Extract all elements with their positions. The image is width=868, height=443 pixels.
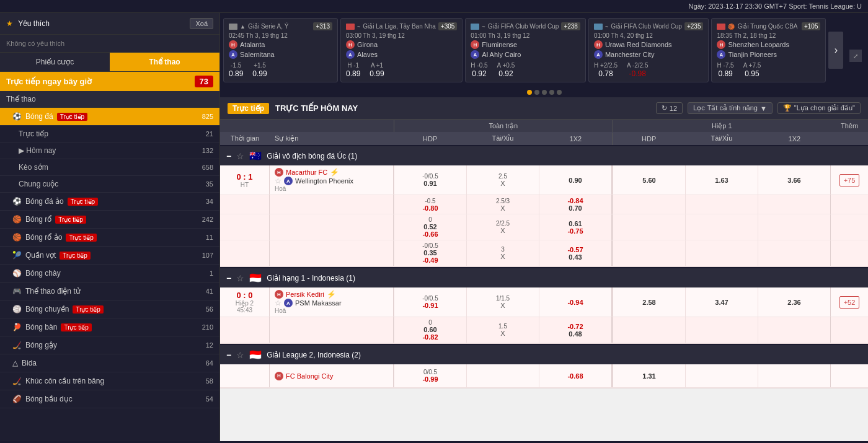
sidebar-item-virtual-basketball[interactable]: 🏀 Bóng rổ ảo Trực tiếp 11 (0, 229, 219, 247)
sub-x1x2-cell[interactable]: -0.84 0.70 (539, 195, 611, 214)
tai-xiu-cell-3[interactable] (466, 364, 539, 387)
col-event (270, 123, 394, 128)
sidebar-item-volleyball[interactable]: 🏐 Bóng chuyền Trực tiếp 56 (0, 300, 219, 318)
h1-hdp-cell-2[interactable]: 2.58 (613, 287, 685, 317)
match-status: Hoà (275, 185, 388, 192)
sidebar-item-baseball[interactable]: ⚾ Bóng chày 1 (0, 265, 219, 283)
sub-hdp-cell-3[interactable]: -0/0.5 0.35 -0.49 (394, 240, 466, 266)
match-status-2: Hoà (275, 307, 388, 314)
sidebar-item-billiards[interactable]: △ Bida 64 (0, 354, 219, 372)
full-time-odds-3: 0/0.5 -0.99 -0.68 (394, 364, 612, 387)
home-label-icon: H (275, 168, 283, 177)
live-badge: Trực tiếp (73, 305, 103, 314)
match-event: H Macarthur FC ⚡ ☆ A Wellington Phoenix … (270, 165, 394, 195)
carousel-expand-button[interactable]: ⤢ (849, 50, 862, 62)
sidebar-item-esports[interactable]: 🎮 Thể thao điện tử 41 (0, 283, 219, 300)
h1-tai-xiu-cell-2[interactable]: 3.47 (685, 287, 758, 317)
live-now-bar[interactable]: Trực tiếp ngay bây giờ 73 (0, 72, 219, 91)
league-flag (717, 24, 725, 30)
tabletennis-icon: 🏓 (12, 323, 22, 331)
sub-hdp-cell-2[interactable]: 0 0.52 -0.66 (394, 214, 466, 240)
sidebar-item-ice-hockey[interactable]: 🏒 Khúc côn cầu trên băng 58 (0, 372, 219, 390)
sub-x1x2-persik[interactable]: -0.72 0.48 (539, 317, 611, 343)
refresh-count: 12 (670, 105, 677, 112)
baseball-icon: ⚾ (12, 269, 22, 278)
more-button-2[interactable]: +52 (839, 296, 860, 309)
clear-favorites-button[interactable]: Xoá (190, 18, 213, 29)
odds-col-h: H -7.5 0.89 (717, 62, 733, 78)
sub-tai-xiu-cell[interactable]: 2.5/3 X (466, 195, 539, 214)
sidebar-sub-hom-nay[interactable]: ▶ Hôm nay 132 (0, 143, 219, 159)
carousel-next-button[interactable]: › (828, 32, 843, 69)
sub-tai-xiu-cell-2[interactable]: 2/2.5 X (466, 214, 539, 240)
collapse-icon[interactable]: − (226, 350, 231, 360)
sport-count: 34 (206, 198, 213, 205)
carousel-dot-1[interactable] (527, 90, 532, 95)
collapse-icon[interactable]: − (226, 273, 231, 283)
refresh-button[interactable]: ↻ 12 (656, 102, 683, 114)
match-main-row-2: 0 : 0 Hiệp 2 45:43 H Persik Kediri ⚡ ☆ A… (220, 287, 868, 317)
carousel-dot-3[interactable] (542, 90, 547, 95)
sidebar-sub-keo-som[interactable]: Kèo sớm 658 (0, 159, 219, 176)
choose-league-button[interactable]: 🏆 "Lựa chọn giải đấu" (777, 102, 861, 114)
league-name: Giải League 2, Indonesia (2) (267, 351, 361, 359)
odds-col-a: A +7.5 0.95 (743, 62, 761, 78)
indonesia-flag-icon: 🇮🇩 (249, 272, 262, 284)
league-group-australia[interactable]: − ☆ 🇦🇺 Giải vô địch bóng đá Úc (1) (220, 145, 868, 165)
sub-tai-xiu-cell-3[interactable]: 3 X (466, 240, 539, 266)
sidebar-item-hockey-stick[interactable]: 🏒 Bóng gậy 12 (0, 336, 219, 354)
sub-hdp-cell[interactable]: -0.5 -0.80 (394, 195, 466, 214)
tab-coupon[interactable]: Phiếu cược (0, 53, 110, 71)
carousel-dot-5[interactable] (557, 90, 562, 95)
h1-hdp-cell[interactable]: 5.60 (613, 165, 685, 195)
sidebar-item-label: Bóng rổ (25, 215, 51, 224)
carousel-dot-4[interactable] (549, 90, 554, 95)
hdp-cell-2[interactable]: -0/0.5 -0.91 (394, 287, 466, 317)
sub-x1x2-cell-2[interactable]: 0.61 -0.75 (539, 214, 611, 240)
match-time-elapsed: 45:43 (237, 307, 252, 314)
league-group-indonesia-2[interactable]: − ☆ 🇮🇩 Giải League 2, Indonesia (2) (220, 344, 868, 364)
favorite-star-icon[interactable]: ☆ (236, 273, 244, 283)
sub-half-time-odds-2 (612, 214, 831, 240)
sidebar-item-rugby[interactable]: 🏈 Bóng bầu dục 54 (0, 390, 219, 408)
collapse-icon[interactable]: − (226, 151, 231, 161)
sidebar-item-virtual-football[interactable]: ⚽ Bóng đá ảo Trực tiếp 34 (0, 193, 219, 211)
h1-x1x2-cell-2[interactable]: 2.36 (758, 287, 830, 317)
tai-xiu-cell[interactable]: 2.5 X (466, 165, 539, 195)
h1-tai-xiu-cell[interactable]: 1.63 (685, 165, 758, 195)
league-group-indonesia-1[interactable]: − ☆ 🇮🇩 Giải hạng 1 - Indonesia (1) (220, 267, 868, 287)
hdp-cell[interactable]: -0/0.5 0.91 (394, 165, 466, 195)
carousel-league: ▲ Giải Serie A, Ý +313 (229, 22, 332, 30)
sidebar-item-tabletennis[interactable]: 🏓 Bóng bàn Trực tiếp 210 (0, 318, 219, 336)
x1x2-cell[interactable]: 0.90 (539, 165, 611, 195)
sidebar-sub-chung-cuoc[interactable]: Chung cuộc 35 (0, 176, 219, 193)
full-time-odds-2: -0/0.5 -0.91 1/1.5 X -0.94 (394, 287, 612, 317)
league-flag (471, 24, 479, 30)
favorite-star-icon[interactable]: ☆ (236, 350, 244, 360)
sidebar-item-football[interactable]: ⚽ Bóng đá Trực tiếp 825 (0, 108, 219, 126)
sidebar-item-basketball[interactable]: 🏀 Bóng rổ Trực tiếp 242 (0, 211, 219, 229)
favorite-star-icon[interactable]: ☆ (275, 177, 281, 185)
h1-hdp-cell-3[interactable]: 1.31 (613, 364, 685, 387)
favorite-star-icon[interactable]: ☆ (236, 151, 244, 161)
x1x2-cell-2[interactable]: -0.94 (539, 287, 611, 317)
league-icon: ▲ (240, 24, 246, 30)
x1x2-cell-3[interactable]: -0.68 (539, 364, 611, 387)
more-button[interactable]: +75 (839, 174, 860, 186)
sub-hdp-persik[interactable]: 0 0.60 -0.82 (394, 317, 466, 343)
sub-x1x2-cell-3[interactable]: -0.57 0.43 (539, 240, 611, 266)
away-icon: A (471, 50, 479, 59)
sidebar-sub-truc-tiep[interactable]: Trực tiếp 21 (0, 126, 219, 143)
hdp-cell-3[interactable]: 0/0.5 -0.99 (394, 364, 466, 387)
league-flag (229, 24, 237, 30)
favorite-star-icon[interactable]: ☆ (275, 299, 281, 307)
tai-xiu-cell-2[interactable]: 1/1.5 X (466, 287, 539, 317)
filter-dropdown[interactable]: Lọc Tất cả tính năng ▼ (688, 102, 773, 114)
sub-odds-row-1: -0.5 -0.80 2.5/3 X -0.84 0.70 (220, 195, 868, 214)
sidebar-item-tennis[interactable]: 🎾 Quần vợt Trực tiếp 107 (0, 247, 219, 265)
carousel-dot-2[interactable] (534, 90, 539, 95)
h1-x1x2-cell[interactable]: 3.66 (758, 165, 830, 195)
tab-sports[interactable]: Thể thao (110, 53, 219, 71)
sub-tai-xiu-persik[interactable]: 1.5 X (466, 317, 539, 343)
away-icon: A (229, 50, 237, 59)
